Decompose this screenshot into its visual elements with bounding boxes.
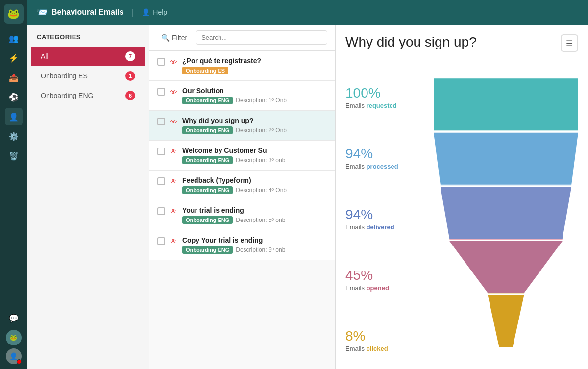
email-desc-2: Description: 1º Onb (236, 97, 287, 104)
email-checkbox-1[interactable] (157, 58, 165, 66)
sidebar-icon-user[interactable]: 👤 (5, 108, 23, 125)
main-wrapper: 📨 Behavioural Emails | 👤 Help CATEGORIES… (27, 0, 588, 369)
email-desc-3: Description: 2º Onb (236, 127, 287, 134)
funnel-svg (434, 67, 578, 369)
sidebar-icon-chat[interactable]: 💬 (5, 309, 23, 327)
email-title-2: Our Solution (182, 87, 327, 95)
tag-eng-6: Onboarding ENG (182, 216, 233, 224)
email-tags-4: Onboarding ENG Description: 3º onb (182, 156, 327, 164)
email-info-4: Welcome by Customer Su Onboarding ENG De… (182, 147, 327, 164)
header-title: 📨 Behavioural Emails (37, 7, 124, 18)
funnel-stats-col: 100% Emails requested 94% Emails process… (345, 62, 434, 369)
label-delivered: Emails delivered (345, 223, 434, 231)
category-onboarding-es[interactable]: Onboarding ES 1 (31, 66, 145, 86)
email-info-2: Our Solution Onboarding ENG Description:… (182, 87, 327, 104)
content-area: CATEGORIES All 7 Onboarding ES 1 Onboard… (27, 25, 588, 369)
sidebar-icon-trash[interactable]: 🗑️ (5, 147, 23, 165)
avatar-user[interactable]: 👤 (6, 348, 22, 364)
email-checkbox-4[interactable] (157, 148, 165, 155)
email-item-1[interactable]: 👁 ¿Por qué te registraste? Onboarding ES (149, 51, 335, 81)
category-onboarding-es-label: Onboarding ES (41, 72, 88, 80)
send-icon: 📨 (37, 7, 48, 18)
category-all[interactable]: All 7 (31, 47, 145, 66)
email-item-3[interactable]: 👁 Why did you sign up? Onboarding ENG De… (149, 111, 335, 141)
category-all-label: All (41, 52, 49, 60)
email-item-4[interactable]: 👁 Welcome by Customer Su Onboarding ENG … (149, 141, 335, 171)
email-info-5: Feedback (Typeform) Onboarding ENG Descr… (182, 176, 327, 194)
stat-opened: 45% Emails opened (345, 249, 434, 310)
menu-button[interactable]: ☰ (561, 34, 578, 52)
sidebar-icon-lightning[interactable]: ⚡ (5, 49, 23, 67)
tag-eng-7: Onboarding ENG (182, 246, 233, 254)
email-title-7: Copy Your trial is ending (182, 236, 327, 244)
email-item-2[interactable]: 👁 Our Solution Onboarding ENG Descriptio… (149, 81, 335, 111)
sidebar-icon-users[interactable]: 👥 (5, 29, 23, 47)
category-all-badge: 7 (125, 51, 135, 61)
filter-label: Filter (172, 34, 187, 42)
pct-clicked: 8% (345, 328, 434, 344)
email-checkbox-3[interactable] (157, 118, 165, 125)
categories-header: CATEGORIES (27, 25, 149, 47)
email-item-7[interactable]: 👁 Copy Your trial is ending Onboarding E… (149, 230, 335, 260)
email-desc-4: Description: 3º onb (236, 157, 285, 164)
sidebar: 🐸 👥 ⚡ 📥 ⚽ 👤 ⚙️ 🗑️ 💬 🐸 👤 (0, 0, 27, 369)
sidebar-icon-soccer[interactable]: ⚽ (5, 88, 23, 106)
email-info-7: Copy Your trial is ending Onboarding ENG… (182, 236, 327, 254)
sidebar-icon-inbox[interactable]: 📥 (5, 69, 23, 86)
category-onboarding-eng-label: Onboarding ENG (41, 92, 93, 99)
email-title-6: Your trial is ending (182, 206, 327, 214)
eye-icon-3: 👁 (170, 118, 177, 126)
email-info-3: Why did you sign up? Onboarding ENG Desc… (182, 117, 327, 134)
category-onboarding-eng-badge: 6 (125, 91, 135, 100)
email-title-4: Welcome by Customer Su (182, 147, 327, 154)
app-logo[interactable]: 🐸 (4, 4, 24, 24)
header-divider: | (132, 7, 134, 18)
pct-delivered: 94% (345, 207, 434, 222)
email-tags-5: Onboarding ENG Description: 4º Onb (182, 186, 327, 194)
email-tags-2: Onboarding ENG Description: 1º Onb (182, 97, 327, 104)
svg-marker-4 (441, 187, 571, 239)
stat-requested: 100% Emails requested (345, 67, 434, 127)
email-title-3: Why did you sign up? (182, 117, 327, 124)
top-header: 📨 Behavioural Emails | 👤 Help (27, 0, 588, 25)
tag-eng-3: Onboarding ENG (182, 126, 233, 134)
eye-icon-2: 👁 (170, 88, 177, 96)
label-processed: Emails processed (345, 163, 434, 170)
email-checkbox-5[interactable] (157, 177, 165, 185)
category-onboarding-eng[interactable]: Onboarding ENG 6 (31, 86, 145, 105)
search-input[interactable] (196, 30, 327, 45)
funnel-svg-wrapper (434, 62, 578, 369)
svg-rect-0 (434, 78, 578, 130)
email-tags-1: Onboarding ES (182, 67, 327, 74)
help-icon: 👤 (142, 8, 150, 16)
avatar-frog[interactable]: 🐸 (6, 330, 22, 345)
label-clicked: Emails clicked (345, 345, 434, 352)
email-item-6[interactable]: 👁 Your trial is ending Onboarding ENG De… (149, 200, 335, 230)
svg-marker-6 (449, 241, 562, 293)
email-info-6: Your trial is ending Onboarding ENG Desc… (182, 206, 327, 224)
eye-icon-1: 👁 (170, 58, 177, 66)
sidebar-icon-settings[interactable]: ⚙️ (5, 127, 23, 145)
email-list: 👁 ¿Por qué te registraste? Onboarding ES… (149, 51, 335, 369)
detail-title: Why did you sign up? (345, 34, 477, 50)
category-onboarding-es-badge: 1 (125, 71, 135, 81)
email-checkbox-2[interactable] (157, 88, 165, 96)
label-requested: Emails requested (345, 102, 434, 109)
help-button[interactable]: 👤 Help (142, 8, 167, 16)
stat-processed: 94% Emails processed (345, 127, 434, 188)
email-item-5[interactable]: 👁 Feedback (Typeform) Onboarding ENG Des… (149, 171, 335, 200)
header-title-text: Behavioural Emails (51, 8, 124, 17)
funnel-layout: 100% Emails requested 94% Emails process… (345, 62, 578, 369)
pct-opened: 45% (345, 268, 434, 283)
filter-button[interactable]: 🔍 Filter (157, 31, 191, 44)
list-toolbar: 🔍 Filter (149, 25, 335, 51)
label-opened: Emails opened (345, 284, 434, 292)
email-checkbox-6[interactable] (157, 207, 165, 215)
email-checkbox-7[interactable] (157, 237, 165, 245)
stat-clicked: 8% Emails clicked (345, 310, 434, 369)
detail-panel: Why did you sign up? ☰ 100% Emails reque… (336, 25, 588, 369)
svg-marker-2 (434, 133, 578, 185)
email-desc-5: Description: 4º Onb (236, 187, 287, 194)
email-tags-7: Onboarding ENG Description: 6º onb (182, 246, 327, 254)
email-desc-6: Description: 5º onb (236, 217, 285, 223)
